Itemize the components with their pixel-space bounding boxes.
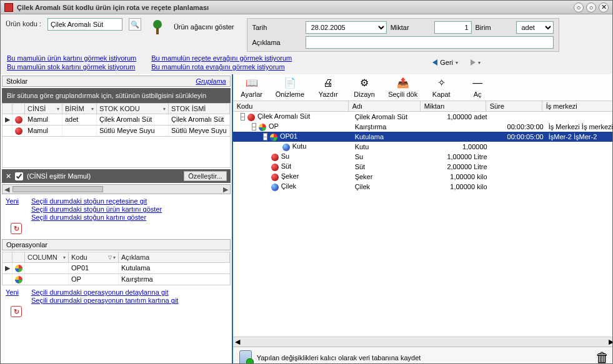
stocks-hscroll[interactable]: ◀▶: [2, 184, 231, 194]
link-row: Bu mamulün ürün kartını görmek istiyorum…: [1, 53, 612, 74]
right-pane: 📖Ayarlar 📄Önizleme 🖨Yazdır ⚙Dizayn 📤Seçi…: [233, 74, 613, 364]
tree-row[interactable]: Çilek Çilek 1,00000 kilo: [233, 182, 613, 192]
export-icon: 📤: [397, 77, 409, 89]
ops-goto-card[interactable]: Seçili durumdaki operasyonun tanıtım kar…: [31, 297, 178, 304]
ball-icon: [15, 127, 22, 135]
link-recipe-doc[interactable]: Bu mamulün reçete evrağını görmek istiyo…: [151, 54, 292, 62]
node-icon: [271, 154, 279, 161]
product-code-input[interactable]: [47, 18, 122, 31]
design-button[interactable]: ⚙Dizayn: [352, 77, 377, 98]
tree-row[interactable]: −Çilek Aromalı Süt Çilek Aromalı Süt 1,0…: [233, 112, 613, 122]
preview-button[interactable]: 📄Önizleme: [276, 77, 304, 98]
tree-row[interactable]: Şeker Şeker 1,00000 kilo: [233, 172, 613, 182]
stocks-actions: Yeni Seçili durumdaki stoğun reçetesine …: [1, 194, 232, 238]
stocks-show-product-card[interactable]: Seçili durumdaki stoğun ürün kartını gös…: [31, 205, 162, 213]
window-title: Çilek Aromalı Süt kodlu ürün için rota v…: [17, 4, 571, 11]
left-pane: Stoklar Gruplama Bir sütuna göre gruplan…: [1, 74, 233, 364]
stocks-show-card[interactable]: Seçili durumdaki stoğun kartını göster: [31, 214, 162, 221]
refresh-icon[interactable]: ↻: [11, 223, 22, 234]
tree-row[interactable]: −OP01 Kutulama 00:00:05:00 İşMer-2 İşMer…: [233, 132, 613, 142]
node-icon: [271, 164, 279, 171]
ops-grid-header: COLUMN▾ Kodu▽ ▾ Açıklama: [2, 252, 231, 263]
tree-body[interactable]: −Çilek Aromalı Süt Çilek Aromalı Süt 1,0…: [233, 112, 613, 337]
link-product-card[interactable]: Bu mamulün ürün kartını görmek istiyorum: [7, 54, 136, 62]
main-split: Stoklar Gruplama Bir sütuna göre gruplan…: [1, 74, 612, 364]
gear-icon: ⚙: [358, 77, 371, 89]
ops-new-link[interactable]: Yeni: [6, 288, 19, 304]
right-toolbar: 📖Ayarlar 📄Önizleme 🖨Yazdır ⚙Dizayn 📤Seçi…: [233, 74, 613, 101]
unit-select[interactable]: adet: [516, 21, 554, 34]
link-stock-card[interactable]: Bu mamulün stok kartını görmek istiyorum: [7, 63, 136, 71]
export-selected-button[interactable]: 📤Seçili dök: [388, 77, 417, 98]
tree-row[interactable]: Kutu Kutu 1,00000: [233, 142, 613, 152]
expand-button[interactable]: —Aç: [465, 77, 490, 98]
minimize-button[interactable]: ○: [574, 2, 584, 12]
expand-toggle[interactable]: −: [252, 123, 256, 130]
show-tree-label: Ürün ağacını göster: [174, 18, 234, 31]
ops-row[interactable]: OP Kaırştırma: [2, 274, 231, 285]
collapse-button[interactable]: ✧Kapat: [429, 77, 454, 98]
filter-checkbox[interactable]: [15, 172, 23, 180]
product-code-label: Ürün kodu :: [6, 18, 41, 27]
node-icon: [247, 114, 255, 121]
date-label: Tarih: [252, 24, 302, 31]
print-button[interactable]: 🖨Yazdır: [316, 77, 341, 98]
preview-icon: 📄: [284, 77, 296, 89]
settings-button[interactable]: 📖Ayarlar: [239, 77, 264, 98]
form-block: Tarih 28.02.2005 Miktar Birim adet Açıkl…: [247, 18, 559, 52]
tree-hscroll[interactable]: ◀▶: [233, 337, 613, 347]
desc-label: Açıklama: [252, 39, 302, 46]
tree-row[interactable]: −OP Kaırştırma 00:00:30:00 İş Merkezi İş…: [233, 122, 613, 132]
save-bar: Yapılan değişiklikleri kalıcı olarak ver…: [233, 347, 613, 364]
arrow-right-icon: [471, 59, 476, 66]
maximize-button[interactable]: ○: [586, 2, 596, 12]
node-icon: [271, 174, 279, 181]
tree-icon[interactable]: [147, 18, 167, 38]
expand-toggle[interactable]: −: [263, 133, 267, 140]
tree-header: Kodu Adı Miktarı Süre İş merkezi: [233, 101, 613, 112]
stocks-goto-recipe[interactable]: Seçili durumdaki stoğun reçetesine git: [31, 197, 162, 205]
ops-panel-title: Operasyonlar: [2, 239, 231, 250]
link-route-doc[interactable]: Bu mamulün rota evrağını görmek istiyoru…: [151, 63, 292, 71]
tree-row[interactable]: Su Su 1,00000 Litre: [233, 152, 613, 162]
qty-input[interactable]: [434, 21, 472, 34]
qty-label: Miktar: [391, 24, 431, 31]
stocks-grid-header: CİNSİ▾ BİRİM▾ STOK KODU▾ STOK İSMİ: [2, 103, 231, 114]
arrow-left-icon: [432, 59, 437, 66]
refresh-icon-ops[interactable]: ↻: [11, 306, 22, 317]
ops-actions: Yeni Seçili durumdaki operasyonun detayl…: [1, 285, 232, 321]
plus-icon: ✧: [435, 77, 447, 89]
save-text: Yapılan değişiklikleri kalıcı olarak ver…: [257, 354, 421, 362]
title-bar: Çilek Aromalı Süt kodlu ürün için rota v…: [1, 1, 612, 14]
ops-goto-details[interactable]: Seçili durumdaki operasyonun detaylarına…: [31, 288, 178, 296]
node-icon: [282, 144, 290, 151]
nav-back-button[interactable]: Geri▾: [429, 57, 462, 67]
ball-icon: [15, 276, 22, 283]
ball-icon: [15, 116, 22, 124]
upper-toolbar: Ürün kodu : 🔍 Ürün ağacını göster Tarih …: [1, 14, 612, 53]
printer-icon: 🖨: [322, 77, 334, 89]
close-button[interactable]: ✕: [599, 2, 609, 12]
ops-row[interactable]: ▶ OP01 Kutulama: [2, 263, 231, 274]
tree-row[interactable]: Süt Süt 2,00000 Litre: [233, 162, 613, 172]
date-select[interactable]: 28.02.2005: [306, 21, 387, 34]
book-icon: 📖: [246, 77, 258, 89]
node-icon: [270, 134, 277, 141]
customize-button[interactable]: Özelleştir...: [184, 171, 226, 181]
node-icon: [271, 184, 279, 191]
filter-close-icon[interactable]: ✕: [6, 172, 11, 180]
desc-input[interactable]: [306, 36, 554, 49]
expand-toggle[interactable]: −: [241, 113, 245, 121]
stocks-panel-title: Stoklar Gruplama: [2, 76, 231, 87]
search-icon[interactable]: 🔍: [129, 18, 141, 31]
app-icon: [4, 3, 13, 12]
stocks-new-link[interactable]: Yeni: [6, 197, 19, 221]
database-save-icon[interactable]: [239, 350, 252, 365]
node-icon: [259, 124, 266, 131]
grouping-link[interactable]: Gruplama: [196, 77, 226, 85]
stocks-row[interactable]: ▶ Mamul adet Çilek Aromalı Süt Çilek Aro…: [2, 114, 231, 125]
trash-icon[interactable]: 🗑: [596, 350, 609, 365]
svg-rect-1: [156, 28, 159, 34]
nav-forward-button[interactable]: ▾: [467, 58, 484, 67]
stocks-row[interactable]: Mamul Sütlü Meyve Suyu Sütlü Meyve Suyu: [2, 125, 231, 137]
